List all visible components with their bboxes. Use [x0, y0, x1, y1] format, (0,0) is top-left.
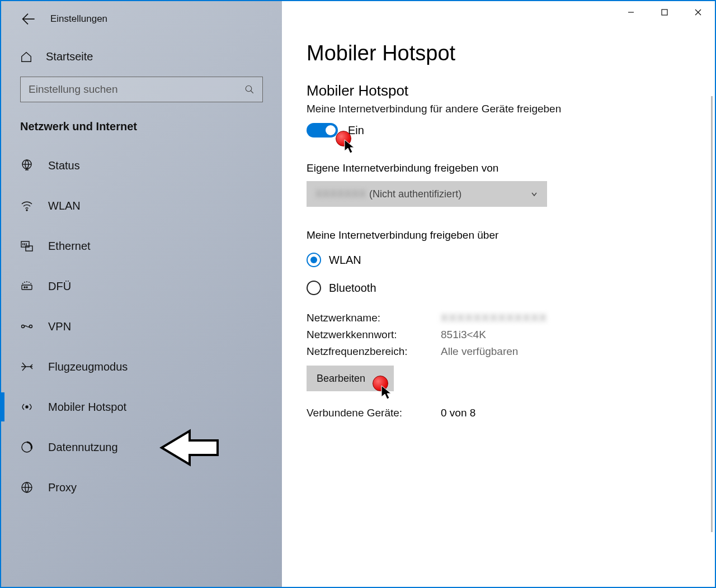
svg-point-15: [26, 287, 27, 288]
vpn-icon: [20, 320, 34, 333]
network-password-key: Netzwerkkennwort:: [307, 329, 441, 341]
sidebar-item-wlan[interactable]: WLAN: [1, 186, 282, 226]
close-icon: [694, 8, 702, 16]
hotspot-toggle[interactable]: [307, 123, 338, 137]
sidebar-header: Einstellungen: [1, 1, 282, 37]
window-controls: [614, 1, 715, 23]
sidebar-item-label: Ethernet: [48, 240, 91, 253]
sidebar-item-vpn[interactable]: VPN: [1, 306, 282, 347]
app-title: Einstellungen: [50, 13, 107, 25]
svg-point-17: [30, 325, 32, 328]
network-band-value: Alle verfügbaren: [441, 345, 518, 358]
radio-option-bluetooth[interactable]: Bluetooth: [307, 281, 690, 295]
main-content: Mobiler Hotspot Mobiler Hotspot Meine In…: [282, 1, 715, 587]
sidebar-item-label: WLAN: [48, 200, 81, 212]
search-input[interactable]: [29, 83, 244, 96]
dialup-icon: [20, 279, 34, 293]
connected-devices-value: 0 von 8: [441, 407, 475, 419]
sidebar-item-datausage[interactable]: Datennutzung: [1, 427, 282, 467]
maximize-icon: [661, 8, 668, 16]
search-icon: [244, 84, 255, 94]
dropdown-value: (Nicht authentifiziert): [369, 188, 461, 200]
svg-point-14: [24, 287, 25, 288]
edit-button[interactable]: Bearbeiten: [307, 366, 394, 391]
sidebar-item-label: VPN: [48, 320, 71, 333]
toggle-state-label: Ein: [348, 124, 364, 137]
share-via-label: Meine Internetverbindung freigeben über: [307, 229, 690, 241]
ethernet-icon: [20, 239, 34, 253]
proxy-icon: [20, 481, 34, 494]
minimize-button[interactable]: [614, 1, 648, 23]
maximize-button[interactable]: [648, 1, 681, 23]
sidebar-item-label: Flugzeugmodus: [48, 361, 128, 373]
hotspot-description: Meine Internetverbindung für andere Gerä…: [307, 103, 690, 115]
sidebar-item-ethernet[interactable]: Ethernet: [1, 226, 282, 266]
svg-point-1: [246, 86, 252, 92]
sidebar-item-status[interactable]: Status: [1, 145, 282, 186]
wifi-icon: [20, 199, 34, 212]
sidebar-item-dfu[interactable]: DFÜ: [1, 266, 282, 306]
radio-button[interactable]: [307, 281, 321, 295]
svg-point-7: [26, 210, 27, 211]
scrollbar[interactable]: [711, 96, 713, 532]
back-icon[interactable]: [20, 11, 36, 27]
radio-label: Bluetooth: [329, 282, 376, 295]
svg-line-2: [251, 91, 253, 93]
sidebar-item-airplane[interactable]: Flugzeugmodus: [1, 347, 282, 387]
datausage-icon: [20, 440, 34, 454]
svg-point-16: [22, 325, 25, 328]
chevron-down-icon: [530, 190, 538, 198]
sidebar-item-label: Status: [48, 159, 80, 172]
connected-devices-key: Verbundene Geräte:: [307, 407, 441, 419]
sidebar-item-label: Datennutzung: [48, 441, 118, 454]
sidebar-item-hotspot[interactable]: Mobiler Hotspot: [1, 387, 282, 427]
radio-label: WLAN: [329, 254, 361, 267]
home-icon: [20, 51, 32, 63]
sidebar-item-label: Mobiler Hotspot: [48, 401, 126, 414]
cursor-icon: [343, 139, 356, 154]
radio-button[interactable]: [307, 253, 321, 267]
sidebar-item-label: DFÜ: [48, 280, 71, 293]
sidebar-home[interactable]: Startseite: [1, 37, 282, 77]
section-heading: Netzwerk und Internet: [1, 118, 282, 145]
settings-window: Einstellungen Startseite Netzwerk und In…: [0, 0, 716, 588]
network-band-key: Netzfrequenzbereich:: [307, 345, 441, 358]
connected-devices-row: Verbundene Geräte: 0 von 8: [307, 407, 690, 419]
share-from-label: Eigene Internetverbindung freigeben von: [307, 162, 690, 174]
close-button[interactable]: [681, 1, 715, 23]
dropdown-blurred-text: XXXXXXX: [315, 188, 366, 200]
svg-point-18: [26, 406, 28, 408]
hotspot-icon: [20, 400, 34, 414]
sidebar: Einstellungen Startseite Netzwerk und In…: [1, 1, 282, 587]
home-label: Startseite: [46, 50, 93, 63]
svg-rect-23: [662, 10, 667, 15]
radio-option-wlan[interactable]: WLAN: [307, 253, 690, 267]
sidebar-item-label: Proxy: [48, 481, 77, 494]
network-name-value: XXXXXXXXXXXXX: [441, 312, 548, 324]
globe-status-icon: [20, 159, 34, 172]
hotspot-subheader: Mobiler Hotspot: [307, 82, 690, 99]
page-title: Mobiler Hotspot: [307, 41, 690, 65]
hotspot-toggle-row: Ein: [307, 123, 690, 137]
network-name-key: Netzwerkname:: [307, 312, 441, 324]
toggle-knob: [326, 125, 336, 135]
minimize-icon: [627, 8, 635, 16]
network-info: Netzwerkname: XXXXXXXXXXXXX Netzwerkkenn…: [307, 312, 690, 358]
sidebar-item-proxy[interactable]: Proxy: [1, 467, 282, 508]
airplane-icon: [20, 360, 34, 373]
network-password-value: 851i3<4K: [441, 329, 486, 341]
search-box[interactable]: [20, 77, 263, 102]
share-from-dropdown[interactable]: XXXXXXX (Nicht authentifiziert): [307, 181, 547, 207]
